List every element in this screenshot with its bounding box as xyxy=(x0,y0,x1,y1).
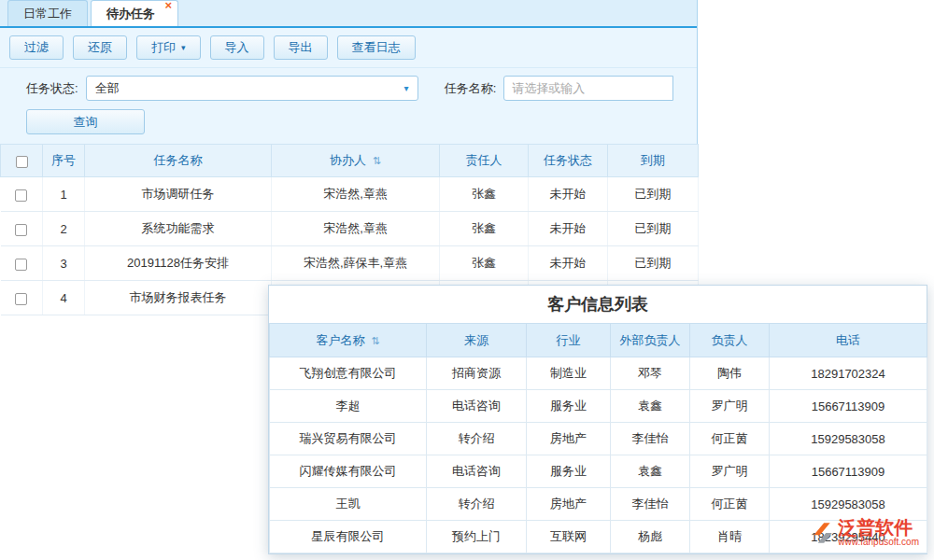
task-table-row[interactable]: 3 20191128任务安排 宋浩然,薛保丰,章燕 张鑫 未开始 已到期 xyxy=(1,246,699,281)
row-checkbox[interactable] xyxy=(15,224,27,236)
customer-owner-link[interactable]: 何正茵 xyxy=(690,488,770,521)
customer-info-panel: 客户信息列表 客户名称 ⇅ 来源 行业 外部负责人 负责人 电话 xyxy=(268,285,927,554)
customer-external-owner-cell: 李佳怡 xyxy=(611,488,690,521)
row-checkbox-cell xyxy=(1,212,43,246)
column-header-no: 序号 xyxy=(43,145,85,177)
customer-industry-cell: 制造业 xyxy=(527,357,611,390)
customer-table-row[interactable]: 瑞兴贸易有限公司 转介绍 房地产 李佳怡 何正茵 15929583058 xyxy=(270,423,927,455)
customer-source-cell: 转介绍 xyxy=(427,423,527,455)
task-name-link[interactable]: 市场调研任务 xyxy=(85,177,272,212)
query-row: 查询 xyxy=(0,103,697,144)
row-checkbox[interactable] xyxy=(15,259,27,271)
task-owner-link[interactable]: 张鑫 xyxy=(440,212,529,246)
customer-panel-title: 客户信息列表 xyxy=(269,286,927,323)
customer-source-cell: 电话咨询 xyxy=(427,455,527,488)
customer-phone-cell: 15929583058 xyxy=(770,423,927,455)
task-name-input[interactable] xyxy=(503,76,673,101)
customer-industry-cell: 房地产 xyxy=(527,423,611,455)
toolbar: 过滤 还原 打印 ▾ 导入 导出 查看日志 xyxy=(0,28,697,68)
customer-name-cell: 瑞兴贸易有限公司 xyxy=(270,423,427,455)
query-button[interactable]: 查询 xyxy=(26,109,145,134)
row-checkbox-cell xyxy=(1,246,43,281)
task-status-value: 全部 xyxy=(95,80,120,97)
task-status-cell: 未开始 xyxy=(529,212,608,246)
task-no-cell: 1 xyxy=(43,177,85,212)
column-header-owner: 责任人 xyxy=(440,145,529,177)
column-header-status: 任务状态 xyxy=(529,145,608,177)
customer-name-cell: 王凯 xyxy=(270,488,427,521)
row-checkbox[interactable] xyxy=(15,189,27,202)
task-no-cell: 3 xyxy=(43,246,85,281)
tab-bar: 日常工作 待办任务 × xyxy=(0,0,697,28)
column-header-collaborator[interactable]: 协办人 ⇅ xyxy=(272,145,440,177)
customer-table-row[interactable]: 李超 电话咨询 服务业 袁鑫 罗广明 15667113909 xyxy=(270,390,927,423)
column-header-industry: 行业 xyxy=(527,324,611,357)
task-no-cell: 4 xyxy=(43,281,85,315)
row-checkbox[interactable] xyxy=(15,293,27,305)
fanpu-logo-icon xyxy=(810,521,834,545)
filter-button[interactable]: 过滤 xyxy=(9,35,64,60)
task-due-cell: 已到期 xyxy=(608,246,699,281)
collaborator-header-label: 协办人 xyxy=(330,153,366,167)
chevron-down-icon: ▾ xyxy=(404,83,409,93)
row-checkbox-cell xyxy=(1,281,43,315)
task-no-cell: 2 xyxy=(43,212,85,246)
tab-todo-tasks[interactable]: 待办任务 × xyxy=(91,0,178,26)
customer-external-owner-cell: 袁鑫 xyxy=(611,390,690,423)
customer-owner-link[interactable]: 何正茵 xyxy=(690,423,770,455)
task-status-label: 任务状态: xyxy=(26,80,78,97)
task-due-cell: 已到期 xyxy=(608,212,699,246)
task-name-link[interactable]: 20191128任务安排 xyxy=(85,246,272,281)
task-owner-link[interactable]: 张鑫 xyxy=(440,177,529,212)
customer-owner-link[interactable]: 罗广明 xyxy=(690,455,770,488)
todo-task-panel: 日常工作 待办任务 × 过滤 还原 打印 ▾ 导入 导出 查看日志 任务状态: … xyxy=(0,0,698,315)
customer-source-cell: 招商资源 xyxy=(427,357,527,390)
customer-source-cell: 预约上门 xyxy=(427,521,527,553)
tab-todo-label: 待办任务 xyxy=(106,7,155,21)
task-owner-link[interactable]: 张鑫 xyxy=(440,246,529,281)
customer-owner-link[interactable]: 罗广明 xyxy=(690,390,770,423)
header-checkbox-cell xyxy=(1,145,43,177)
column-header-due: 到期 xyxy=(608,145,699,177)
sort-icon: ⇅ xyxy=(371,335,379,346)
customer-industry-cell: 服务业 xyxy=(527,455,611,488)
customer-industry-cell: 服务业 xyxy=(527,390,611,423)
import-button[interactable]: 导入 xyxy=(210,35,264,60)
customer-owner-link[interactable]: 陶伟 xyxy=(690,357,770,390)
task-table-header-row: 序号 任务名称 协办人 ⇅ 责任人 任务状态 到期 xyxy=(1,145,699,177)
fanpu-watermark: 泛普软件 www.fanpusoft.com xyxy=(810,518,919,548)
customer-external-owner-cell: 杨彪 xyxy=(611,521,690,553)
view-log-button[interactable]: 查看日志 xyxy=(337,35,416,60)
customer-name-header-label: 客户名称 xyxy=(317,333,365,347)
export-button[interactable]: 导出 xyxy=(274,35,328,60)
customer-name-cell: 星辰有限公司 xyxy=(270,521,427,553)
column-header-owner: 负责人 xyxy=(690,324,770,357)
chevron-down-icon: ▾ xyxy=(181,43,186,52)
task-name-link[interactable]: 系统功能需求 xyxy=(85,212,272,246)
task-name-link[interactable]: 市场财务报表任务 xyxy=(85,281,272,315)
customer-table-row[interactable]: 飞翔创意有限公司 招商资源 制造业 邓琴 陶伟 18291702324 xyxy=(270,357,927,390)
customer-owner-link[interactable]: 肖晴 xyxy=(690,521,770,553)
select-all-checkbox[interactable] xyxy=(16,156,28,168)
customer-phone-cell: 18291702324 xyxy=(770,357,927,390)
tab-daily-work[interactable]: 日常工作 xyxy=(7,0,88,26)
task-status-select[interactable]: 全部 ▾ xyxy=(86,76,418,101)
task-status-cell: 未开始 xyxy=(529,177,608,212)
page: 日常工作 待办任务 × 过滤 还原 打印 ▾ 导入 导出 查看日志 任务状态: … xyxy=(0,0,934,560)
customer-table-row[interactable]: 闪耀传媒有限公司 电话咨询 服务业 袁鑫 罗广明 15667113909 xyxy=(270,455,927,488)
customer-external-owner-cell: 邓琴 xyxy=(611,357,690,390)
restore-button[interactable]: 还原 xyxy=(73,35,127,60)
task-table-row[interactable]: 1 市场调研任务 宋浩然,章燕 张鑫 未开始 已到期 xyxy=(1,177,699,212)
print-button[interactable]: 打印 ▾ xyxy=(136,35,201,60)
customer-industry-cell: 房地产 xyxy=(527,488,611,521)
filter-row: 任务状态: 全部 ▾ 任务名称: xyxy=(0,68,697,103)
customer-source-cell: 电话咨询 xyxy=(427,390,527,423)
column-header-customer-name[interactable]: 客户名称 ⇅ xyxy=(270,324,427,357)
column-header-phone: 电话 xyxy=(770,324,927,357)
fanpu-url: www.fanpusoft.com xyxy=(838,537,919,548)
tab-close-icon[interactable]: × xyxy=(164,0,172,11)
task-table-row[interactable]: 2 系统功能需求 宋浩然,章燕 张鑫 未开始 已到期 xyxy=(1,212,699,246)
customer-table-header-row: 客户名称 ⇅ 来源 行业 外部负责人 负责人 电话 xyxy=(270,324,927,357)
task-name-label: 任务名称: xyxy=(445,80,497,97)
customer-table-row[interactable]: 王凯 转介绍 房地产 李佳怡 何正茵 15929583058 xyxy=(270,488,927,521)
